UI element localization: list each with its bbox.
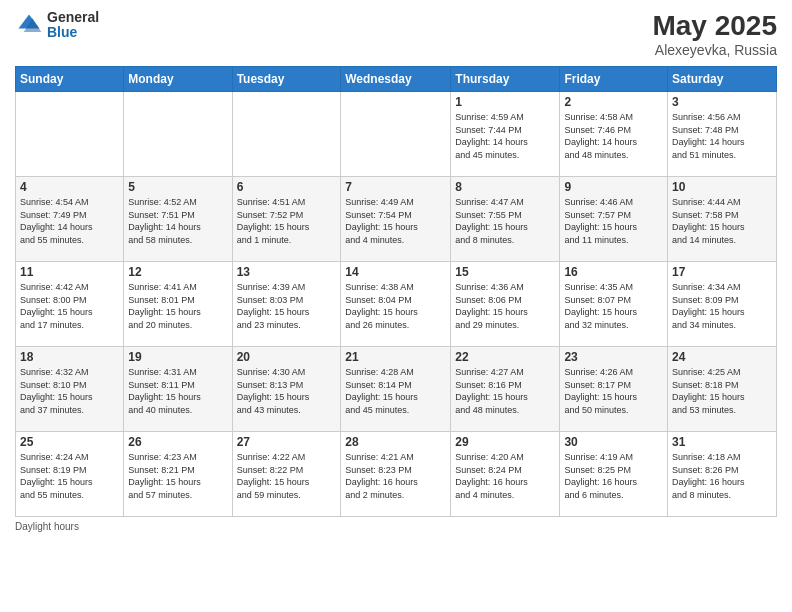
calendar-cell: 4Sunrise: 4:54 AM Sunset: 7:49 PM Daylig…	[16, 177, 124, 262]
logo-blue: Blue	[47, 25, 99, 40]
calendar-cell: 16Sunrise: 4:35 AM Sunset: 8:07 PM Dayli…	[560, 262, 668, 347]
day-number: 20	[237, 350, 337, 364]
day-info: Sunrise: 4:27 AM Sunset: 8:16 PM Dayligh…	[455, 366, 555, 416]
day-info: Sunrise: 4:31 AM Sunset: 8:11 PM Dayligh…	[128, 366, 227, 416]
day-number: 26	[128, 435, 227, 449]
calendar-cell: 15Sunrise: 4:36 AM Sunset: 8:06 PM Dayli…	[451, 262, 560, 347]
day-number: 16	[564, 265, 663, 279]
calendar-cell: 28Sunrise: 4:21 AM Sunset: 8:23 PM Dayli…	[341, 432, 451, 517]
calendar-day-header: Sunday	[16, 67, 124, 92]
day-number: 10	[672, 180, 772, 194]
page: General Blue May 2025 Alexeyevka, Russia…	[0, 0, 792, 612]
calendar-cell: 8Sunrise: 4:47 AM Sunset: 7:55 PM Daylig…	[451, 177, 560, 262]
calendar-cell: 22Sunrise: 4:27 AM Sunset: 8:16 PM Dayli…	[451, 347, 560, 432]
calendar-cell: 18Sunrise: 4:32 AM Sunset: 8:10 PM Dayli…	[16, 347, 124, 432]
calendar-cell: 13Sunrise: 4:39 AM Sunset: 8:03 PM Dayli…	[232, 262, 341, 347]
calendar-cell: 12Sunrise: 4:41 AM Sunset: 8:01 PM Dayli…	[124, 262, 232, 347]
calendar-table: SundayMondayTuesdayWednesdayThursdayFrid…	[15, 66, 777, 517]
calendar-week-row: 1Sunrise: 4:59 AM Sunset: 7:44 PM Daylig…	[16, 92, 777, 177]
day-number: 21	[345, 350, 446, 364]
calendar-cell: 24Sunrise: 4:25 AM Sunset: 8:18 PM Dayli…	[668, 347, 777, 432]
calendar-cell: 5Sunrise: 4:52 AM Sunset: 7:51 PM Daylig…	[124, 177, 232, 262]
calendar-cell: 30Sunrise: 4:19 AM Sunset: 8:25 PM Dayli…	[560, 432, 668, 517]
calendar-cell: 17Sunrise: 4:34 AM Sunset: 8:09 PM Dayli…	[668, 262, 777, 347]
day-number: 6	[237, 180, 337, 194]
calendar-cell: 9Sunrise: 4:46 AM Sunset: 7:57 PM Daylig…	[560, 177, 668, 262]
day-number: 3	[672, 95, 772, 109]
calendar-cell	[232, 92, 341, 177]
day-number: 30	[564, 435, 663, 449]
day-number: 11	[20, 265, 119, 279]
day-info: Sunrise: 4:26 AM Sunset: 8:17 PM Dayligh…	[564, 366, 663, 416]
day-number: 14	[345, 265, 446, 279]
day-info: Sunrise: 4:56 AM Sunset: 7:48 PM Dayligh…	[672, 111, 772, 161]
day-number: 27	[237, 435, 337, 449]
title-area: May 2025 Alexeyevka, Russia	[652, 10, 777, 58]
day-info: Sunrise: 4:47 AM Sunset: 7:55 PM Dayligh…	[455, 196, 555, 246]
day-number: 31	[672, 435, 772, 449]
day-info: Sunrise: 4:20 AM Sunset: 8:24 PM Dayligh…	[455, 451, 555, 501]
calendar-cell: 7Sunrise: 4:49 AM Sunset: 7:54 PM Daylig…	[341, 177, 451, 262]
calendar-day-header: Tuesday	[232, 67, 341, 92]
logo-general: General	[47, 10, 99, 25]
day-number: 13	[237, 265, 337, 279]
day-info: Sunrise: 4:25 AM Sunset: 8:18 PM Dayligh…	[672, 366, 772, 416]
day-info: Sunrise: 4:21 AM Sunset: 8:23 PM Dayligh…	[345, 451, 446, 501]
day-info: Sunrise: 4:51 AM Sunset: 7:52 PM Dayligh…	[237, 196, 337, 246]
calendar-cell: 10Sunrise: 4:44 AM Sunset: 7:58 PM Dayli…	[668, 177, 777, 262]
day-info: Sunrise: 4:28 AM Sunset: 8:14 PM Dayligh…	[345, 366, 446, 416]
day-info: Sunrise: 4:38 AM Sunset: 8:04 PM Dayligh…	[345, 281, 446, 331]
day-number: 15	[455, 265, 555, 279]
calendar-cell: 31Sunrise: 4:18 AM Sunset: 8:26 PM Dayli…	[668, 432, 777, 517]
day-number: 28	[345, 435, 446, 449]
day-info: Sunrise: 4:49 AM Sunset: 7:54 PM Dayligh…	[345, 196, 446, 246]
calendar-day-header: Wednesday	[341, 67, 451, 92]
calendar-cell: 1Sunrise: 4:59 AM Sunset: 7:44 PM Daylig…	[451, 92, 560, 177]
calendar-cell: 23Sunrise: 4:26 AM Sunset: 8:17 PM Dayli…	[560, 347, 668, 432]
calendar-cell: 26Sunrise: 4:23 AM Sunset: 8:21 PM Dayli…	[124, 432, 232, 517]
month-title: May 2025	[652, 10, 777, 42]
header: General Blue May 2025 Alexeyevka, Russia	[15, 10, 777, 58]
day-info: Sunrise: 4:39 AM Sunset: 8:03 PM Dayligh…	[237, 281, 337, 331]
calendar-cell	[341, 92, 451, 177]
day-number: 29	[455, 435, 555, 449]
day-number: 18	[20, 350, 119, 364]
day-number: 24	[672, 350, 772, 364]
day-info: Sunrise: 4:44 AM Sunset: 7:58 PM Dayligh…	[672, 196, 772, 246]
day-info: Sunrise: 4:35 AM Sunset: 8:07 PM Dayligh…	[564, 281, 663, 331]
calendar-cell: 29Sunrise: 4:20 AM Sunset: 8:24 PM Dayli…	[451, 432, 560, 517]
day-info: Sunrise: 4:23 AM Sunset: 8:21 PM Dayligh…	[128, 451, 227, 501]
day-number: 1	[455, 95, 555, 109]
calendar-cell: 6Sunrise: 4:51 AM Sunset: 7:52 PM Daylig…	[232, 177, 341, 262]
day-number: 22	[455, 350, 555, 364]
calendar-day-header: Saturday	[668, 67, 777, 92]
location: Alexeyevka, Russia	[652, 42, 777, 58]
logo-text: General Blue	[47, 10, 99, 41]
day-info: Sunrise: 4:42 AM Sunset: 8:00 PM Dayligh…	[20, 281, 119, 331]
day-number: 23	[564, 350, 663, 364]
calendar-cell: 2Sunrise: 4:58 AM Sunset: 7:46 PM Daylig…	[560, 92, 668, 177]
calendar-cell	[16, 92, 124, 177]
day-info: Sunrise: 4:30 AM Sunset: 8:13 PM Dayligh…	[237, 366, 337, 416]
day-info: Sunrise: 4:54 AM Sunset: 7:49 PM Dayligh…	[20, 196, 119, 246]
calendar-cell: 11Sunrise: 4:42 AM Sunset: 8:00 PM Dayli…	[16, 262, 124, 347]
day-info: Sunrise: 4:24 AM Sunset: 8:19 PM Dayligh…	[20, 451, 119, 501]
day-number: 7	[345, 180, 446, 194]
calendar-cell: 25Sunrise: 4:24 AM Sunset: 8:19 PM Dayli…	[16, 432, 124, 517]
logo-icon	[15, 11, 43, 39]
calendar-week-row: 25Sunrise: 4:24 AM Sunset: 8:19 PM Dayli…	[16, 432, 777, 517]
day-info: Sunrise: 4:52 AM Sunset: 7:51 PM Dayligh…	[128, 196, 227, 246]
calendar-week-row: 18Sunrise: 4:32 AM Sunset: 8:10 PM Dayli…	[16, 347, 777, 432]
calendar-cell: 21Sunrise: 4:28 AM Sunset: 8:14 PM Dayli…	[341, 347, 451, 432]
day-number: 8	[455, 180, 555, 194]
day-info: Sunrise: 4:19 AM Sunset: 8:25 PM Dayligh…	[564, 451, 663, 501]
day-number: 17	[672, 265, 772, 279]
calendar-cell: 19Sunrise: 4:31 AM Sunset: 8:11 PM Dayli…	[124, 347, 232, 432]
day-info: Sunrise: 4:59 AM Sunset: 7:44 PM Dayligh…	[455, 111, 555, 161]
calendar-header-row: SundayMondayTuesdayWednesdayThursdayFrid…	[16, 67, 777, 92]
calendar-day-header: Friday	[560, 67, 668, 92]
calendar-cell	[124, 92, 232, 177]
logo: General Blue	[15, 10, 99, 41]
calendar-week-row: 4Sunrise: 4:54 AM Sunset: 7:49 PM Daylig…	[16, 177, 777, 262]
calendar-cell: 3Sunrise: 4:56 AM Sunset: 7:48 PM Daylig…	[668, 92, 777, 177]
